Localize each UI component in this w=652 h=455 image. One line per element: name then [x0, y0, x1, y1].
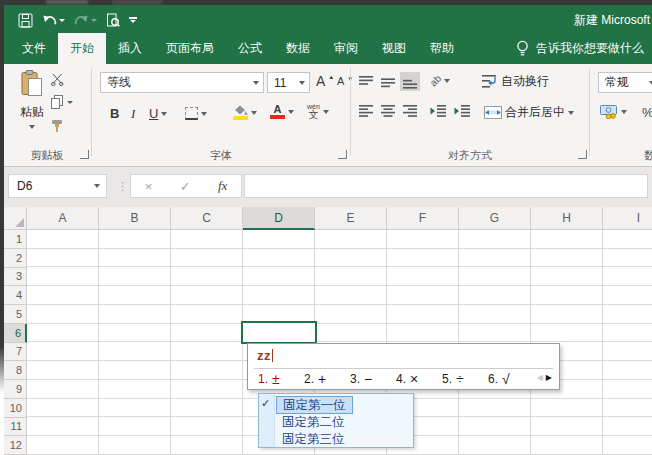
font-dialog-launcher-icon[interactable]: [338, 150, 347, 159]
orientation-dropdown-icon[interactable]: [444, 79, 450, 83]
column-header-e[interactable]: E: [315, 207, 387, 230]
accounting-format-button[interactable]: [600, 105, 627, 119]
undo-button[interactable]: [42, 14, 65, 27]
selected-cell-d6[interactable]: [241, 321, 317, 344]
redo-dropdown-icon[interactable]: [91, 19, 97, 22]
save-icon[interactable]: [18, 13, 33, 28]
row-header-1[interactable]: 1: [4, 230, 27, 249]
borders-dropdown-icon[interactable]: [201, 112, 207, 116]
number-format-combo[interactable]: 常规: [598, 72, 652, 93]
align-middle-button[interactable]: [378, 72, 398, 91]
row-header-7[interactable]: 7: [4, 343, 27, 362]
redo-button[interactable]: [74, 14, 97, 27]
column-header-b[interactable]: B: [99, 207, 171, 230]
ime-candidate-3[interactable]: 3.−: [350, 371, 396, 387]
align-top-button[interactable]: [356, 72, 376, 91]
font-name-combo[interactable]: 等线: [100, 72, 264, 93]
align-bottom-button[interactable]: [400, 72, 420, 91]
tab-formulas[interactable]: 公式: [226, 33, 274, 64]
tab-page-layout[interactable]: 页面布局: [154, 33, 226, 64]
underline-button[interactable]: U: [149, 106, 167, 121]
undo-dropdown-icon[interactable]: [59, 19, 65, 22]
accounting-dropdown-icon[interactable]: [621, 110, 627, 114]
print-preview-icon[interactable]: [106, 13, 120, 28]
paste-dropdown-icon[interactable]: [29, 125, 35, 129]
orientation-button[interactable]: ab: [430, 75, 450, 86]
tab-file[interactable]: 文件: [10, 33, 58, 64]
row-header-12[interactable]: 12: [4, 436, 27, 455]
tab-review[interactable]: 审阅: [322, 33, 370, 64]
row-header-10[interactable]: 10: [4, 399, 27, 418]
column-header-c[interactable]: C: [171, 207, 243, 230]
column-header-i[interactable]: I: [603, 207, 652, 230]
paste-button[interactable]: 粘贴: [10, 70, 54, 144]
cut-button[interactable]: [51, 73, 64, 86]
alignment-dialog-launcher-icon[interactable]: [578, 150, 587, 159]
font-name-dropdown-icon[interactable]: [253, 81, 259, 85]
increase-indent-button[interactable]: [452, 101, 472, 120]
fill-color-dropdown-icon[interactable]: [251, 111, 257, 115]
ime-menu-item-fix-second[interactable]: 固定第二位: [276, 414, 351, 430]
column-header-a[interactable]: A: [27, 207, 99, 230]
fill-color-button[interactable]: [232, 105, 257, 120]
select-all-corner[interactable]: [4, 207, 27, 230]
clipboard-dialog-launcher-icon[interactable]: [80, 150, 89, 159]
row-header-4[interactable]: 4: [4, 286, 27, 305]
tab-help[interactable]: 帮助: [418, 33, 466, 64]
font-color-dropdown-icon[interactable]: [288, 110, 294, 114]
ime-candidate-6[interactable]: 6.√: [488, 371, 534, 387]
column-header-f[interactable]: F: [387, 207, 459, 230]
font-color-button[interactable]: A: [270, 104, 294, 119]
cancel-button[interactable]: ×: [145, 179, 153, 194]
ime-menu-item-fix-third[interactable]: 固定第三位: [276, 431, 351, 447]
ime-candidate-1[interactable]: 1.±: [258, 371, 304, 387]
tell-me-box[interactable]: 告诉我你想要做什么: [516, 33, 652, 64]
phonetic-guide-button[interactable]: wén 文: [307, 103, 329, 120]
copy-button[interactable]: [51, 95, 73, 109]
row-header-9[interactable]: 9: [4, 380, 27, 399]
ime-prev-page-icon[interactable]: ◀: [537, 373, 543, 382]
percent-style-button[interactable]: %: [642, 105, 652, 120]
font-size-dropdown-icon[interactable]: [299, 81, 305, 85]
ime-candidate-2[interactable]: 2.+: [304, 371, 350, 387]
customize-qat-icon[interactable]: [129, 17, 137, 23]
italic-button[interactable]: I: [131, 106, 135, 122]
bold-button[interactable]: B: [110, 106, 119, 121]
enter-button[interactable]: ✓: [180, 179, 191, 194]
align-left-button[interactable]: [356, 101, 376, 120]
row-header-6[interactable]: 6: [4, 324, 27, 343]
ime-candidate-5[interactable]: 5.÷: [442, 371, 488, 387]
name-box-dropdown-icon[interactable]: [94, 184, 100, 188]
tab-data[interactable]: 数据: [274, 33, 322, 64]
column-header-d[interactable]: D: [243, 207, 315, 230]
row-header-8[interactable]: 8: [4, 361, 27, 380]
row-header-11[interactable]: 11: [4, 418, 27, 437]
phonetic-dropdown-icon[interactable]: [323, 110, 329, 114]
font-size-combo[interactable]: 11: [267, 72, 310, 93]
column-header-g[interactable]: G: [459, 207, 531, 230]
column-header-h[interactable]: H: [531, 207, 603, 230]
insert-function-button[interactable]: fx: [218, 178, 227, 194]
formula-input[interactable]: [244, 174, 648, 198]
wrap-text-button[interactable]: 自动换行: [482, 73, 549, 90]
ime-menu-item-fix-first[interactable]: 固定第一位: [276, 396, 353, 414]
decrease-indent-button[interactable]: [428, 101, 448, 120]
row-header-3[interactable]: 3: [4, 268, 27, 287]
ime-candidate-4[interactable]: 4.×: [396, 371, 442, 387]
name-box[interactable]: D6: [8, 174, 107, 198]
underline-dropdown-icon[interactable]: [161, 112, 167, 116]
align-center-button[interactable]: [378, 101, 398, 120]
merge-center-dropdown-icon[interactable]: [568, 111, 574, 115]
ime-next-page-icon[interactable]: ▶: [546, 373, 552, 382]
formula-bar-grip-icon[interactable]: ⋮: [117, 180, 128, 193]
tab-home[interactable]: 开始: [58, 33, 106, 64]
borders-button[interactable]: [185, 107, 207, 120]
grow-font-button[interactable]: A▲: [316, 74, 334, 88]
row-header-2[interactable]: 2: [4, 249, 27, 268]
tab-view[interactable]: 视图: [370, 33, 418, 64]
merge-center-button[interactable]: 合并后居中: [484, 104, 574, 121]
row-header-5[interactable]: 5: [4, 305, 27, 324]
align-right-button[interactable]: [400, 101, 420, 120]
tab-insert[interactable]: 插入: [106, 33, 154, 64]
format-painter-button[interactable]: [51, 119, 64, 133]
